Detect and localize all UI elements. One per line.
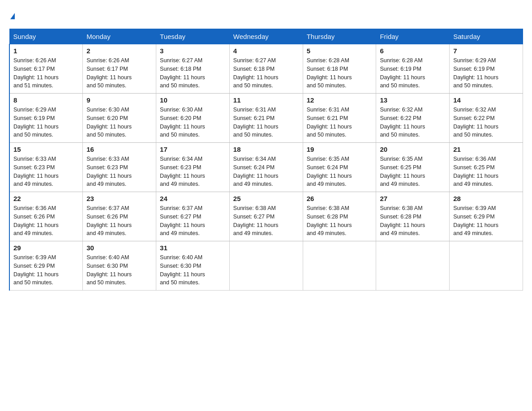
day-number: 3 (160, 47, 226, 55)
day-info: Sunrise: 6:27 AM Sunset: 6:18 PM Dayligh… (233, 56, 299, 90)
day-info: Sunrise: 6:31 AM Sunset: 6:21 PM Dayligh… (307, 106, 373, 139)
header-friday: Friday (376, 29, 450, 44)
day-number: 20 (380, 146, 446, 153)
calendar-cell: 21 Sunrise: 6:36 AM Sunset: 6:25 PM Dayl… (450, 143, 523, 192)
calendar-cell: 12 Sunrise: 6:31 AM Sunset: 6:21 PM Dayl… (303, 94, 376, 143)
calendar-week-4: 22 Sunrise: 6:36 AM Sunset: 6:26 PM Dayl… (9, 192, 523, 241)
day-number: 5 (307, 47, 373, 55)
day-info: Sunrise: 6:37 AM Sunset: 6:27 PM Dayligh… (160, 204, 226, 238)
day-number: 4 (233, 47, 299, 55)
day-number: 16 (86, 146, 152, 153)
calendar-cell: 14 Sunrise: 6:32 AM Sunset: 6:22 PM Dayl… (450, 94, 523, 143)
day-number: 25 (233, 195, 299, 202)
day-info: Sunrise: 6:28 AM Sunset: 6:18 PM Dayligh… (307, 56, 373, 90)
day-number: 8 (13, 96, 79, 104)
day-info: Sunrise: 6:30 AM Sunset: 6:20 PM Dayligh… (86, 106, 152, 139)
calendar-cell: 22 Sunrise: 6:36 AM Sunset: 6:26 PM Dayl… (9, 192, 83, 241)
day-info: Sunrise: 6:33 AM Sunset: 6:23 PM Dayligh… (13, 155, 79, 188)
day-number: 6 (380, 47, 446, 55)
day-info: Sunrise: 6:29 AM Sunset: 6:19 PM Dayligh… (13, 106, 79, 139)
day-info: Sunrise: 6:38 AM Sunset: 6:28 PM Dayligh… (307, 204, 373, 238)
header-sunday: Sunday (9, 29, 83, 44)
calendar-header-row: SundayMondayTuesdayWednesdayThursdayFrid… (9, 29, 523, 44)
day-info: Sunrise: 6:40 AM Sunset: 6:30 PM Dayligh… (160, 253, 226, 287)
day-number: 31 (160, 244, 226, 252)
calendar-cell: 1 Sunrise: 6:26 AM Sunset: 6:17 PM Dayli… (9, 44, 83, 94)
day-info: Sunrise: 6:38 AM Sunset: 6:27 PM Dayligh… (233, 204, 299, 238)
calendar-cell (229, 241, 303, 291)
calendar-week-2: 8 Sunrise: 6:29 AM Sunset: 6:19 PM Dayli… (9, 94, 523, 143)
calendar-week-3: 15 Sunrise: 6:33 AM Sunset: 6:23 PM Dayl… (9, 143, 523, 192)
day-number: 11 (233, 96, 299, 104)
calendar-cell: 17 Sunrise: 6:34 AM Sunset: 6:23 PM Dayl… (156, 143, 230, 192)
day-number: 30 (86, 244, 152, 252)
calendar-cell: 5 Sunrise: 6:28 AM Sunset: 6:18 PM Dayli… (303, 44, 376, 94)
calendar-cell: 16 Sunrise: 6:33 AM Sunset: 6:23 PM Dayl… (83, 143, 156, 192)
calendar-cell: 25 Sunrise: 6:38 AM Sunset: 6:27 PM Dayl… (229, 192, 303, 241)
calendar-cell: 4 Sunrise: 6:27 AM Sunset: 6:18 PM Dayli… (229, 44, 303, 94)
day-info: Sunrise: 6:27 AM Sunset: 6:18 PM Dayligh… (160, 56, 226, 90)
calendar-cell: 13 Sunrise: 6:32 AM Sunset: 6:22 PM Dayl… (376, 94, 450, 143)
calendar-cell: 29 Sunrise: 6:39 AM Sunset: 6:29 PM Dayl… (9, 241, 83, 291)
day-number: 9 (86, 96, 152, 104)
calendar-week-5: 29 Sunrise: 6:39 AM Sunset: 6:29 PM Dayl… (9, 241, 523, 291)
calendar-cell: 8 Sunrise: 6:29 AM Sunset: 6:19 PM Dayli… (9, 94, 83, 143)
calendar-cell: 6 Sunrise: 6:28 AM Sunset: 6:19 PM Dayli… (376, 44, 450, 94)
logo-general-text (9, 9, 15, 21)
calendar-cell: 28 Sunrise: 6:39 AM Sunset: 6:29 PM Dayl… (450, 192, 523, 241)
day-info: Sunrise: 6:35 AM Sunset: 6:24 PM Dayligh… (307, 155, 373, 188)
day-info: Sunrise: 6:36 AM Sunset: 6:26 PM Dayligh… (13, 204, 79, 238)
header-wednesday: Wednesday (229, 29, 303, 44)
calendar-cell: 30 Sunrise: 6:40 AM Sunset: 6:30 PM Dayl… (83, 241, 156, 291)
day-info: Sunrise: 6:35 AM Sunset: 6:25 PM Dayligh… (380, 155, 446, 188)
day-info: Sunrise: 6:32 AM Sunset: 6:22 PM Dayligh… (453, 106, 519, 139)
day-info: Sunrise: 6:30 AM Sunset: 6:20 PM Dayligh… (160, 106, 226, 139)
day-number: 15 (13, 146, 79, 153)
calendar-cell: 7 Sunrise: 6:29 AM Sunset: 6:19 PM Dayli… (450, 44, 523, 94)
day-number: 7 (453, 47, 519, 55)
day-number: 21 (453, 146, 519, 153)
calendar-cell: 23 Sunrise: 6:37 AM Sunset: 6:26 PM Dayl… (83, 192, 156, 241)
day-number: 26 (307, 195, 373, 202)
header-saturday: Saturday (450, 29, 523, 44)
day-info: Sunrise: 6:26 AM Sunset: 6:17 PM Dayligh… (13, 56, 79, 90)
day-number: 2 (86, 47, 152, 55)
day-info: Sunrise: 6:37 AM Sunset: 6:26 PM Dayligh… (86, 204, 152, 238)
day-number: 18 (233, 146, 299, 153)
day-info: Sunrise: 6:39 AM Sunset: 6:29 PM Dayligh… (453, 204, 519, 238)
calendar-cell: 27 Sunrise: 6:38 AM Sunset: 6:28 PM Dayl… (376, 192, 450, 241)
day-number: 22 (13, 195, 79, 202)
day-info: Sunrise: 6:34 AM Sunset: 6:23 PM Dayligh… (160, 155, 226, 188)
day-info: Sunrise: 6:26 AM Sunset: 6:17 PM Dayligh… (86, 56, 152, 90)
calendar-table: SundayMondayTuesdayWednesdayThursdayFrid… (9, 29, 523, 291)
day-info: Sunrise: 6:31 AM Sunset: 6:21 PM Dayligh… (233, 106, 299, 139)
calendar-cell: 3 Sunrise: 6:27 AM Sunset: 6:18 PM Dayli… (156, 44, 230, 94)
calendar-cell (450, 241, 523, 291)
calendar-cell: 31 Sunrise: 6:40 AM Sunset: 6:30 PM Dayl… (156, 241, 230, 291)
day-number: 10 (160, 96, 226, 104)
calendar-cell: 18 Sunrise: 6:34 AM Sunset: 6:24 PM Dayl… (229, 143, 303, 192)
day-info: Sunrise: 6:29 AM Sunset: 6:19 PM Dayligh… (453, 56, 519, 90)
calendar-cell: 9 Sunrise: 6:30 AM Sunset: 6:20 PM Dayli… (83, 94, 156, 143)
day-number: 14 (453, 96, 519, 104)
day-info: Sunrise: 6:32 AM Sunset: 6:22 PM Dayligh… (380, 106, 446, 139)
calendar-cell (303, 241, 376, 291)
day-info: Sunrise: 6:40 AM Sunset: 6:30 PM Dayligh… (86, 253, 152, 287)
calendar-cell: 20 Sunrise: 6:35 AM Sunset: 6:25 PM Dayl… (376, 143, 450, 192)
calendar-cell: 11 Sunrise: 6:31 AM Sunset: 6:21 PM Dayl… (229, 94, 303, 143)
calendar-cell: 19 Sunrise: 6:35 AM Sunset: 6:24 PM Dayl… (303, 143, 376, 192)
day-info: Sunrise: 6:38 AM Sunset: 6:28 PM Dayligh… (380, 204, 446, 238)
header-tuesday: Tuesday (156, 29, 230, 44)
logo (9, 9, 15, 21)
day-info: Sunrise: 6:36 AM Sunset: 6:25 PM Dayligh… (453, 155, 519, 188)
day-number: 28 (453, 195, 519, 202)
day-number: 13 (380, 96, 446, 104)
day-number: 29 (13, 244, 79, 252)
calendar-cell: 2 Sunrise: 6:26 AM Sunset: 6:17 PM Dayli… (83, 44, 156, 94)
day-number: 1 (13, 47, 79, 55)
day-number: 17 (160, 146, 226, 153)
day-number: 19 (307, 146, 373, 153)
day-number: 23 (86, 195, 152, 202)
day-number: 27 (380, 195, 446, 202)
calendar-cell (376, 241, 450, 291)
